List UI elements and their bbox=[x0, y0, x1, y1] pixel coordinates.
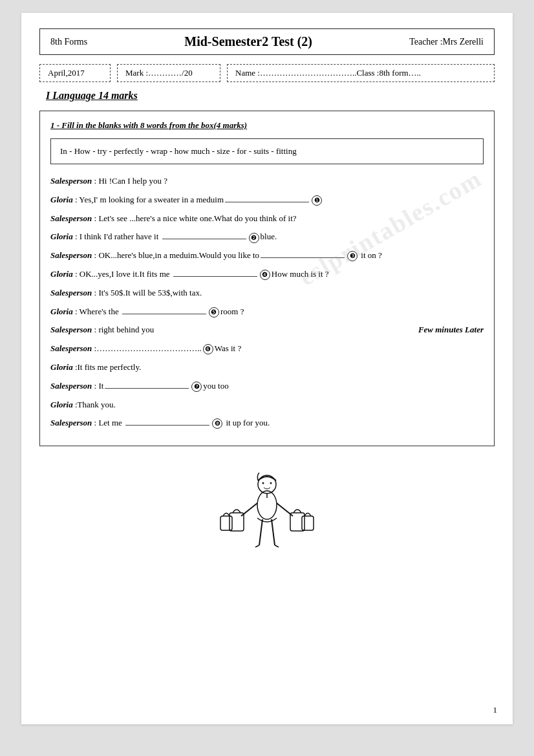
dialog-line-2: Gloria : Yes,I' m looking for a sweater … bbox=[50, 193, 484, 207]
dialog: Salesperson : Hi !Can I help you ? Glori… bbox=[50, 175, 484, 430]
line-2-text: : Yes,I' m looking for a sweater in a me… bbox=[75, 195, 224, 204]
dialog-line-13: Gloria :Thank you. bbox=[50, 398, 484, 412]
speaker-4: Gloria bbox=[50, 232, 73, 241]
line-6-text: : OK...yes,I love it.It fits me bbox=[75, 269, 172, 279]
circle-6: ❻ bbox=[203, 344, 213, 354]
header-box: 8th Forms Mid-Semester2 Test (2) Teacher… bbox=[39, 28, 495, 55]
line-6-suffix: How much is it ? bbox=[272, 269, 329, 279]
speaker-10: Salesperson bbox=[50, 343, 92, 353]
blank-8 bbox=[122, 314, 206, 314]
dialog-line-5: Salesperson : OK...here's blue,in a medu… bbox=[50, 249, 484, 263]
blank-4 bbox=[162, 239, 246, 239]
blank-14 bbox=[125, 425, 209, 426]
line-11-text: :It fits me perfectly. bbox=[75, 362, 141, 372]
circle-3: ❸ bbox=[347, 251, 358, 261]
line-8-suffix: room ? bbox=[220, 307, 244, 316]
dialog-line-8: Gloria : Where's the ❺room ? bbox=[50, 305, 484, 319]
speaker-2: Gloria bbox=[50, 195, 73, 204]
circle-4: ❹ bbox=[260, 270, 270, 280]
svg-rect-14 bbox=[302, 516, 314, 530]
svg-rect-12 bbox=[220, 516, 232, 530]
dialog-line-14: Salesperson : Let me ❽ it up for you. bbox=[50, 416, 484, 430]
line-7-text: : It's 50$.It will be 53$,with tax. bbox=[94, 288, 202, 297]
dialog-line-6: Gloria : OK...yes,I love it.It fits me ❹… bbox=[50, 268, 484, 281]
date-cell: April,2017 bbox=[39, 64, 111, 82]
line-14-suffix: it up for you. bbox=[224, 418, 270, 427]
line-14-text: : Let me bbox=[94, 418, 125, 427]
circle-5: ❺ bbox=[209, 307, 219, 318]
blank-12 bbox=[105, 388, 189, 389]
name-cell: Name :……………………………..Class :8th form….. bbox=[227, 64, 495, 82]
line-3-text: : Let's see ...here's a nice white one.W… bbox=[94, 213, 297, 223]
line-5-suffix: it on ? bbox=[359, 250, 382, 260]
line-9-left: Salesperson : right behind you bbox=[50, 323, 154, 337]
speaker-6: Gloria bbox=[50, 269, 73, 279]
word-box: In - How - try - perfectly - wrap - how … bbox=[50, 138, 484, 164]
line-10-text: :……………………………….. bbox=[94, 343, 202, 353]
speaker-1: Salesperson bbox=[50, 176, 92, 186]
speaker-13: Gloria bbox=[50, 400, 73, 409]
image-area bbox=[39, 458, 495, 561]
svg-line-6 bbox=[272, 519, 275, 545]
dialog-line-10: Salesperson :………………………………..❻Was it ? bbox=[50, 342, 484, 356]
page: eslprintables.com 8th Forms Mid-Semester… bbox=[21, 13, 513, 724]
dialog-line-3: Salesperson : Let's see ...here's a nice… bbox=[50, 212, 484, 226]
page-number: 1 bbox=[493, 705, 498, 715]
dialog-line-11: Gloria :It fits me perfectly. bbox=[50, 361, 484, 374]
mark-cell: Mark :…………/20 bbox=[117, 64, 220, 82]
circle-1: ❶ bbox=[312, 195, 322, 206]
section-title: I Language 14 marks bbox=[46, 90, 495, 102]
dialog-line-1: Salesperson : Hi !Can I help you ? bbox=[50, 175, 484, 188]
line-9-right: Few minutes Later bbox=[418, 323, 484, 337]
svg-line-5 bbox=[259, 519, 262, 545]
line-12-suffix: you too bbox=[203, 381, 228, 391]
speaker-11: Gloria bbox=[50, 362, 73, 372]
line-8-text: : Where's the bbox=[75, 307, 121, 316]
line-5-text: : OK...here's blue,in a meduim.Would you… bbox=[94, 250, 259, 260]
speaker-5: Salesperson bbox=[50, 250, 92, 260]
speaker-8: Gloria bbox=[50, 307, 73, 316]
blank-2 bbox=[225, 202, 309, 202]
svg-point-2 bbox=[262, 482, 264, 484]
svg-line-8 bbox=[275, 545, 279, 547]
line-4-suffix: blue. bbox=[261, 232, 277, 241]
blank-6 bbox=[173, 276, 257, 277]
speaker-3: Salesperson bbox=[50, 213, 92, 223]
line-13-text: :Thank you. bbox=[75, 400, 116, 409]
exercise-1-title: 1 - Fill in the blanks with 8 words from… bbox=[50, 120, 484, 131]
header-left: 8th Forms bbox=[50, 37, 87, 47]
line-1-text: : Hi !Can I help you ? bbox=[94, 176, 167, 186]
speaker-14: Salesperson bbox=[50, 418, 92, 427]
svg-point-3 bbox=[270, 482, 272, 484]
blank-5 bbox=[261, 257, 345, 258]
info-row: April,2017 Mark :…………/20 Name :………………………… bbox=[39, 64, 495, 82]
line-10-suffix: Was it ? bbox=[215, 343, 242, 353]
line-4-text: : I think I'd rather have it bbox=[75, 232, 161, 241]
header-center: Mid-Semester2 Test (2) bbox=[184, 34, 312, 49]
dialog-line-4: Gloria : I think I'd rather have it ❷blu… bbox=[50, 230, 484, 244]
speaker-9: Salesperson bbox=[50, 325, 92, 334]
dialog-line-12: Salesperson : It❼you too bbox=[50, 380, 484, 393]
dialog-line-7: Salesperson : It's 50$.It will be 53$,wi… bbox=[50, 286, 484, 300]
circle-8: ❽ bbox=[212, 418, 222, 429]
speaker-7: Salesperson bbox=[50, 288, 92, 297]
header-right: Teacher :Mrs Zerelli bbox=[409, 37, 484, 47]
svg-line-7 bbox=[255, 545, 259, 547]
line-12-text: : It bbox=[94, 381, 104, 391]
dialog-line-9: Salesperson : right behind you Few minut… bbox=[50, 323, 484, 337]
exercise-1-box: 1 - Fill in the blanks with 8 words from… bbox=[39, 111, 495, 446]
circle-7: ❼ bbox=[191, 382, 202, 392]
circle-2: ❷ bbox=[249, 233, 259, 243]
speaker-12: Salesperson bbox=[50, 381, 92, 391]
shopping-illustration bbox=[215, 461, 319, 561]
